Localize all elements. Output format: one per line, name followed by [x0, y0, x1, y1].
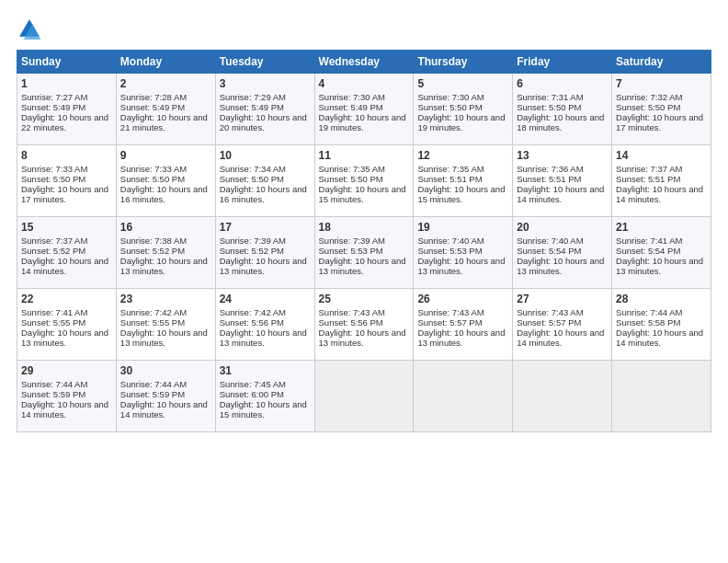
daylight: Daylight: 10 hours and 13 minutes. [220, 327, 307, 348]
calendar-header-row: SundayMondayTuesdayWednesdayThursdayFrid… [17, 51, 711, 74]
sunset: Sunset: 5:57 PM [417, 317, 482, 327]
day-header-sunday: Sunday [17, 51, 117, 74]
sunset: Sunset: 5:49 PM [21, 102, 85, 112]
sunset: Sunset: 5:51 PM [417, 174, 482, 184]
calendar-cell: 6Sunrise: 7:31 AMSunset: 5:50 PMDaylight… [513, 74, 612, 145]
sunrise: Sunrise: 7:27 AM [21, 92, 87, 102]
day-number: 22 [21, 293, 112, 305]
daylight: Daylight: 10 hours and 13 minutes. [417, 256, 505, 276]
day-header-monday: Monday [116, 51, 215, 74]
calendar-cell: 17Sunrise: 7:39 AMSunset: 5:52 PMDayligh… [215, 217, 314, 289]
calendar-cell: 31Sunrise: 7:45 AMSunset: 6:00 PMDayligh… [215, 361, 314, 432]
calendar-cell [513, 361, 612, 432]
day-number: 8 [21, 149, 112, 162]
daylight: Daylight: 10 hours and 13 minutes. [21, 327, 108, 348]
sunrise: Sunrise: 7:37 AM [616, 164, 682, 174]
week-row-1: 1Sunrise: 7:27 AMSunset: 5:49 PMDaylight… [17, 74, 711, 145]
daylight: Daylight: 10 hours and 13 minutes. [120, 327, 208, 348]
calendar-cell: 26Sunrise: 7:43 AMSunset: 5:57 PMDayligh… [414, 289, 513, 361]
day-number: 27 [517, 293, 608, 305]
calendar-cell: 30Sunrise: 7:44 AMSunset: 5:59 PMDayligh… [116, 361, 215, 432]
daylight: Daylight: 10 hours and 14 minutes. [517, 327, 604, 348]
daylight: Daylight: 10 hours and 14 minutes. [120, 399, 208, 419]
sunset: Sunset: 5:52 PM [220, 246, 284, 256]
daylight: Daylight: 10 hours and 13 minutes. [319, 256, 406, 276]
day-number: 21 [616, 221, 707, 234]
sunrise: Sunrise: 7:39 AM [220, 236, 286, 246]
daylight: Daylight: 10 hours and 18 minutes. [517, 112, 604, 132]
day-header-saturday: Saturday [612, 51, 711, 74]
sunset: Sunset: 5:50 PM [417, 102, 482, 112]
sunset: Sunset: 5:54 PM [517, 246, 581, 256]
week-row-2: 8Sunrise: 7:33 AMSunset: 5:50 PMDaylight… [17, 145, 711, 217]
sunrise: Sunrise: 7:33 AM [21, 164, 87, 174]
daylight: Daylight: 10 hours and 14 minutes. [21, 399, 108, 419]
sunrise: Sunrise: 7:31 AM [517, 92, 583, 102]
daylight: Daylight: 10 hours and 15 minutes. [319, 184, 406, 204]
calendar-cell: 8Sunrise: 7:33 AMSunset: 5:50 PMDaylight… [17, 145, 117, 217]
sunset: Sunset: 5:57 PM [517, 317, 581, 327]
calendar-cell: 14Sunrise: 7:37 AMSunset: 5:51 PMDayligh… [612, 145, 711, 217]
daylight: Daylight: 10 hours and 19 minutes. [319, 112, 406, 132]
calendar-cell: 20Sunrise: 7:40 AMSunset: 5:54 PMDayligh… [513, 217, 612, 289]
calendar-cell: 11Sunrise: 7:35 AMSunset: 5:50 PMDayligh… [314, 145, 414, 217]
day-number: 14 [616, 149, 707, 162]
calendar-cell: 19Sunrise: 7:40 AMSunset: 5:53 PMDayligh… [414, 217, 513, 289]
daylight: Daylight: 10 hours and 13 minutes. [417, 327, 505, 348]
sunrise: Sunrise: 7:37 AM [21, 236, 87, 246]
day-number: 13 [517, 149, 608, 162]
sunrise: Sunrise: 7:30 AM [417, 92, 483, 102]
sunset: Sunset: 5:49 PM [120, 102, 185, 112]
page: SundayMondayTuesdayWednesdayThursdayFrid… [0, 0, 728, 563]
day-number: 6 [517, 77, 608, 90]
sunrise: Sunrise: 7:32 AM [616, 92, 682, 102]
calendar-cell: 13Sunrise: 7:36 AMSunset: 5:51 PMDayligh… [513, 145, 612, 217]
day-number: 25 [319, 293, 410, 305]
day-number: 31 [220, 364, 311, 377]
sunrise: Sunrise: 7:40 AM [517, 236, 583, 246]
daylight: Daylight: 10 hours and 14 minutes. [517, 184, 604, 204]
calendar-cell: 29Sunrise: 7:44 AMSunset: 5:59 PMDayligh… [17, 361, 117, 432]
daylight: Daylight: 10 hours and 22 minutes. [21, 112, 108, 132]
sunset: Sunset: 5:51 PM [616, 174, 680, 184]
day-number: 9 [120, 149, 211, 162]
sunset: Sunset: 6:00 PM [220, 389, 284, 399]
sunset: Sunset: 5:50 PM [517, 102, 581, 112]
sunrise: Sunrise: 7:35 AM [417, 164, 483, 174]
day-number: 16 [120, 221, 211, 234]
calendar-cell [414, 361, 513, 432]
daylight: Daylight: 10 hours and 16 minutes. [120, 184, 208, 204]
sunrise: Sunrise: 7:43 AM [417, 307, 483, 317]
daylight: Daylight: 10 hours and 15 minutes. [220, 399, 307, 419]
daylight: Daylight: 10 hours and 19 minutes. [417, 112, 505, 132]
sunrise: Sunrise: 7:44 AM [616, 307, 682, 317]
sunset: Sunset: 5:59 PM [21, 389, 85, 399]
daylight: Daylight: 10 hours and 13 minutes. [220, 256, 307, 276]
calendar-cell [612, 361, 711, 432]
calendar-cell: 1Sunrise: 7:27 AMSunset: 5:49 PMDaylight… [17, 74, 117, 145]
calendar-cell: 7Sunrise: 7:32 AMSunset: 5:50 PMDaylight… [612, 74, 711, 145]
calendar-cell: 23Sunrise: 7:42 AMSunset: 5:55 PMDayligh… [116, 289, 215, 361]
sunrise: Sunrise: 7:42 AM [120, 307, 187, 317]
sunrise: Sunrise: 7:43 AM [517, 307, 583, 317]
sunrise: Sunrise: 7:42 AM [220, 307, 286, 317]
sunrise: Sunrise: 7:30 AM [319, 92, 385, 102]
sunset: Sunset: 5:53 PM [417, 246, 482, 256]
day-number: 28 [616, 293, 707, 305]
day-number: 17 [220, 221, 311, 234]
sunrise: Sunrise: 7:29 AM [220, 92, 286, 102]
sunset: Sunset: 5:56 PM [319, 317, 383, 327]
sunrise: Sunrise: 7:34 AM [220, 164, 286, 174]
sunrise: Sunrise: 7:35 AM [319, 164, 385, 174]
sunset: Sunset: 5:59 PM [120, 389, 185, 399]
calendar-body: 1Sunrise: 7:27 AMSunset: 5:49 PMDaylight… [17, 74, 711, 432]
sunrise: Sunrise: 7:41 AM [616, 236, 682, 246]
calendar-cell [314, 361, 414, 432]
calendar-table: SundayMondayTuesdayWednesdayThursdayFrid… [17, 50, 711, 432]
calendar-cell: 3Sunrise: 7:29 AMSunset: 5:49 PMDaylight… [215, 74, 314, 145]
sunset: Sunset: 5:50 PM [21, 174, 85, 184]
daylight: Daylight: 10 hours and 13 minutes. [616, 256, 703, 276]
calendar-cell: 22Sunrise: 7:41 AMSunset: 5:55 PMDayligh… [17, 289, 117, 361]
day-header-tuesday: Tuesday [215, 51, 314, 74]
sunset: Sunset: 5:51 PM [517, 174, 581, 184]
